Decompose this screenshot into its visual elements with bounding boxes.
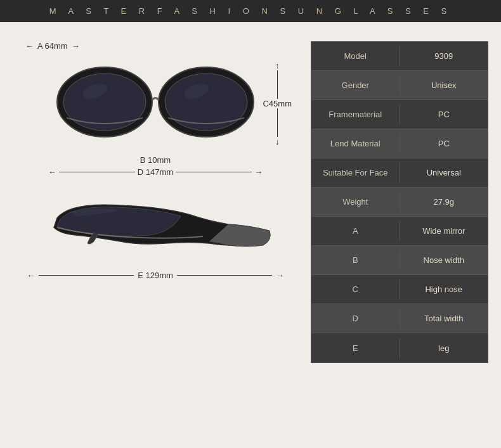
svg-point-1 [63, 74, 146, 131]
table-cell-label: A [311, 221, 400, 241]
table-cell-label: D [311, 309, 400, 328]
table-cell-value: Universal [400, 163, 488, 182]
table-cell-value: Total width [400, 309, 488, 328]
table-row: AWide mirror [311, 217, 488, 246]
site-header: M A S T E R F A S H I O N S U N G L A S … [0, 0, 501, 22]
svg-point-4 [165, 74, 247, 131]
table-row: CHigh nose [311, 275, 488, 304]
table-row: Weight27.9g [311, 188, 488, 217]
table-row: Model9309 [311, 42, 488, 71]
header-title: M A S T E R F A S H I O N S U N G L A S … [49, 6, 452, 16]
table-row: FramematerialPC [311, 100, 488, 129]
left-panel: ← A 64mm → [13, 35, 298, 433]
table-row: Lend MaterialPC [311, 129, 488, 158]
table-cell-label: Gender [311, 75, 400, 95]
table-cell-label: Framematerial [311, 105, 400, 124]
dim-e-label: ← E 129mm → [27, 271, 284, 280]
table-cell-value: 27.9g [400, 192, 488, 212]
table-cell-label: Lend Material [311, 134, 400, 153]
dim-b-label: B 10mm [140, 155, 171, 165]
table-cell-value: High nose [400, 279, 488, 299]
table-cell-value: Nose width [400, 250, 488, 270]
main-content: ← A 64mm → [0, 22, 501, 446]
table-cell-value: PC [400, 105, 488, 124]
dim-b-d: B 10mm ← D 147mm → [48, 155, 263, 177]
table-row: GenderUnisex [311, 71, 488, 100]
glasses-side-section: ← E 129mm → [13, 189, 298, 280]
table-cell-value: PC [400, 134, 488, 153]
table-cell-value: 9309 [400, 46, 488, 66]
table-row: BNose width [311, 246, 488, 275]
table-row: Suitable For FaceUniversal [311, 158, 488, 188]
table-cell-value: Unisex [400, 75, 488, 95]
table-cell-label: C [311, 279, 400, 299]
glasses-front-svg [48, 54, 263, 153]
dim-d-label: ← D 147mm → [48, 167, 263, 177]
table-cell-label: Model [311, 46, 400, 66]
table-cell-value: leg [400, 338, 488, 358]
table-cell-value: Wide mirror [400, 221, 488, 241]
table-cell-label: Suitable For Face [311, 163, 400, 182]
table-cell-label: Weight [311, 192, 400, 212]
table-row: DTotal width [311, 304, 488, 333]
dim-a-label: ← A 64mm → [25, 41, 80, 51]
spec-table: Model9309GenderUnisexFramematerialPCLend… [311, 41, 488, 363]
glasses-front-section: ← A 64mm → [13, 41, 298, 177]
table-row: Eleg [311, 333, 488, 362]
glasses-side-svg [38, 189, 273, 266]
table-cell-label: E [311, 338, 400, 358]
dim-c-label: ↑ C45mm ↓ [263, 61, 292, 146]
table-cell-label: B [311, 250, 400, 270]
